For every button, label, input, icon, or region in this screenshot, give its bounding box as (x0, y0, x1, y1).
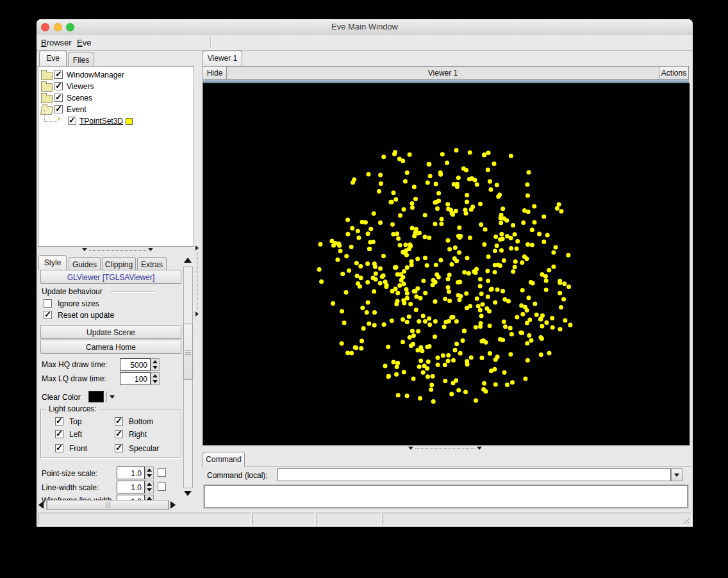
titlebar[interactable]: Eve Main Window (37, 19, 693, 36)
scroll-up-arrow[interactable] (184, 258, 192, 263)
tree-item-label[interactable]: WindowManager (67, 70, 124, 79)
tab-clipping[interactable]: Clipping (102, 257, 136, 270)
light-left-label: Left (69, 430, 82, 439)
status-segment (38, 513, 251, 525)
scroll-left-arrow[interactable] (38, 501, 44, 509)
splitter-arrow-icon (82, 248, 87, 251)
thumb-grip (106, 502, 112, 508)
spin-down-button[interactable] (151, 365, 159, 370)
max-lq-value[interactable]: 100 (120, 372, 151, 385)
tree-checkbox[interactable] (54, 94, 63, 102)
light-front-label: Front (69, 444, 87, 453)
tab-guides[interactable]: Guides (69, 257, 101, 270)
eve-main-window: Eve Main Window Browser Eve Eve Files Wi… (37, 19, 693, 527)
actions-button[interactable]: Actions (659, 67, 688, 79)
camera-home-button[interactable]: Camera Home (40, 340, 181, 354)
scroll-right-arrow[interactable] (170, 501, 176, 509)
light-specular-checkbox[interactable] (115, 444, 123, 452)
line-width-value[interactable]: 1.0 (117, 481, 145, 493)
point-size-spinner: 1.0 (117, 467, 154, 479)
light-sources-title: Light sources: (46, 404, 99, 413)
splitter-arrow-icon (408, 447, 413, 450)
update-behaviour-label: Update behaviour (42, 287, 103, 296)
vertical-scrollbar-thumb[interactable] (183, 324, 193, 380)
eve-tree: WindowManager Viewers Scenes Event * TPo… (38, 66, 194, 247)
spinner-buttons (145, 467, 154, 479)
spin-down-button[interactable] (151, 379, 159, 384)
status-segment (383, 513, 691, 525)
spin-up-button[interactable] (145, 467, 153, 473)
viewer-toolbar: Hide Viewer 1 Actions (203, 66, 689, 79)
tree-item-label[interactable]: Event (67, 105, 87, 114)
tab-style[interactable]: Style (38, 255, 67, 270)
max-hq-spinner: 5000 (120, 358, 160, 371)
menu-eve[interactable]: Eve (77, 38, 91, 47)
command-input[interactable] (277, 468, 671, 481)
spin-up-button[interactable] (151, 359, 159, 365)
gl-viewport[interactable] (203, 83, 690, 446)
glviewer-header-button[interactable]: GLViewer [TGLSAViewer] (40, 270, 181, 284)
tab-viewer-1[interactable]: Viewer 1 (203, 51, 242, 66)
light-top-checkbox[interactable] (55, 417, 63, 425)
clear-color-dropdown[interactable] (110, 395, 115, 399)
splitter-line (197, 252, 197, 310)
tab-files[interactable]: Files (68, 53, 94, 66)
command-local-label: Command (local): (207, 471, 268, 480)
command-dropdown-button[interactable] (671, 468, 682, 481)
max-lq-label: Max LQ draw time: (42, 374, 106, 383)
tree-item-label[interactable]: Viewers (67, 82, 94, 91)
tab-extras[interactable]: Extras (137, 257, 167, 270)
swatch-divider (106, 391, 107, 402)
scroll-down-arrow[interactable] (184, 491, 192, 496)
tree-checkbox[interactable] (54, 70, 63, 79)
light-specular-label: Specular (129, 444, 159, 453)
window-title: Eve Main Window (37, 22, 693, 31)
clear-color-swatch[interactable] (88, 391, 104, 402)
light-left-checkbox[interactable] (55, 430, 63, 438)
light-front-checkbox[interactable] (55, 444, 63, 452)
spin-down-button[interactable] (145, 487, 153, 493)
horizontal-scrollbar-thumb[interactable] (47, 500, 169, 510)
tree-item-viewers[interactable]: Viewers (38, 81, 194, 92)
tree-checkbox[interactable] (54, 82, 63, 90)
light-top-label: Top (69, 417, 81, 426)
tree-item-label[interactable]: TPointSet3D (79, 117, 123, 126)
hide-button[interactable]: Hide (203, 67, 227, 79)
command-panel-border (203, 466, 691, 467)
viewer-title: Viewer 1 (227, 67, 659, 79)
spin-up-button[interactable] (145, 481, 153, 487)
menu-browser[interactable]: Browser (41, 38, 72, 47)
line-width-spinner: 1.0 (117, 481, 154, 493)
splitter-line (415, 449, 476, 449)
menu-bar: Browser Eve (37, 35, 693, 51)
tree-checkbox[interactable] (68, 117, 76, 125)
point-size-value[interactable]: 1.0 (117, 467, 145, 479)
splitter-arrow-icon (477, 447, 482, 450)
etched-line (111, 292, 156, 293)
reset-on-update-checkbox[interactable] (44, 311, 52, 319)
ignore-sizes-checkbox[interactable] (44, 299, 52, 308)
tree-item-scenes[interactable]: Scenes (38, 92, 194, 104)
tree-item-event[interactable]: Event (38, 104, 194, 115)
spin-up-button[interactable] (151, 373, 159, 379)
light-bottom-checkbox[interactable] (115, 417, 123, 425)
tab-command[interactable]: Command (203, 452, 245, 467)
tree-checkbox[interactable] (54, 105, 63, 113)
light-right-checkbox[interactable] (115, 430, 123, 438)
tab-eve[interactable]: Eve (39, 51, 67, 66)
splitter-arrow-icon (195, 245, 199, 251)
light-right-label: Right (129, 430, 147, 439)
folder-icon (41, 72, 53, 80)
command-output[interactable] (204, 485, 688, 508)
status-segment (317, 513, 381, 525)
tree-item-windowmanager[interactable]: WindowManager (38, 69, 194, 81)
update-scene-button[interactable]: Update Scene (40, 325, 181, 339)
line-width-checkbox[interactable] (158, 483, 166, 491)
pointset-color-chip[interactable] (126, 118, 133, 125)
tree-item-label[interactable]: Scenes (67, 94, 92, 103)
max-hq-value[interactable]: 5000 (120, 358, 151, 371)
point-size-checkbox[interactable] (158, 468, 166, 477)
tree-item-tpointset3d[interactable]: * TPointSet3D (38, 115, 194, 127)
spin-down-button[interactable] (145, 473, 153, 479)
clear-color-label: Clear Color (42, 393, 81, 402)
